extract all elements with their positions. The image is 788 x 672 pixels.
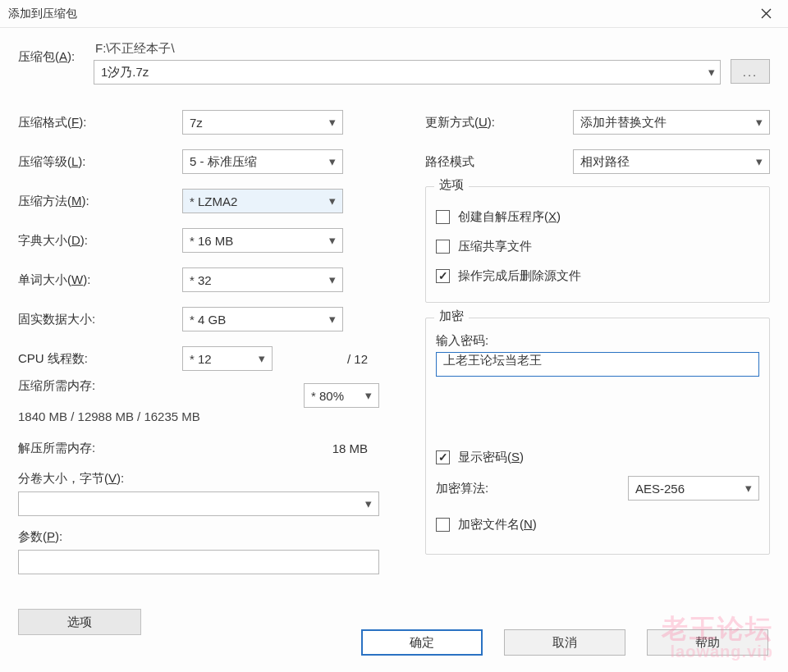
close-icon — [761, 8, 772, 19]
browse-button[interactable]: ... — [731, 59, 770, 84]
method-row: 压缩方法(M): * LZMA2 ▾ — [18, 181, 379, 221]
chevron-down-icon: ▾ — [323, 194, 342, 208]
left-column: 压缩格式(F): 7z ▾ 压缩等级(L): 5 - 标准压缩 ▾ — [18, 103, 379, 635]
threads-total: / 12 — [273, 352, 379, 366]
chevron-down-icon: ▾ — [252, 351, 272, 366]
path-mode-row: 路径模式 相对路径 ▾ — [425, 142, 770, 181]
solid-combo[interactable]: * 4 GB ▾ — [182, 307, 343, 331]
chevron-down-icon: ▾ — [739, 481, 758, 496]
archive-row: 压缩包(A): F:\不正经本子\ 1汐乃.7z ▾ ... — [18, 41, 770, 85]
chevron-down-icon: ▾ — [703, 65, 720, 80]
update-mode-combo[interactable]: 添加并替换文件 ▾ — [573, 110, 770, 135]
chevron-down-icon: ▾ — [323, 154, 342, 169]
delete-checkbox-row[interactable]: 操作完成后删除源文件 — [436, 261, 759, 290]
chevron-down-icon: ▾ — [359, 388, 378, 403]
encryption-group: 加密 输入密码: 上老王论坛当老王 显示密码(S) 加密算法: AES-256 … — [425, 318, 770, 555]
params-label: 参数(P): — [18, 529, 379, 545]
path-mode-combo[interactable]: 相对路径 ▾ — [573, 149, 770, 174]
help-button[interactable]: 帮助 — [647, 629, 768, 656]
archive-filename-value: 1汐乃.7z — [94, 65, 703, 80]
archive-label: 压缩包(A): — [18, 41, 84, 65]
mem-comp-row: 压缩所需内存: * 80% ▾ — [18, 378, 379, 411]
titlebar: 添加到压缩包 — [0, 0, 788, 28]
password-input[interactable]: 上老王论坛当老王 — [436, 352, 759, 377]
content-area: 压缩包(A): F:\不正经本子\ 1汐乃.7z ▾ ... 压缩格式(F): … — [0, 28, 788, 635]
cancel-button[interactable]: 取消 — [504, 629, 625, 656]
mem-decomp-row: 解压所需内存: 18 MB — [18, 432, 379, 464]
split-combo[interactable]: ▾ — [18, 491, 379, 516]
mem-decomp-value: 18 MB — [95, 441, 379, 455]
columns: 压缩格式(F): 7z ▾ 压缩等级(L): 5 - 标准压缩 ▾ — [18, 103, 770, 635]
options-group: 选项 创建自解压程序(X) 压缩共享文件 操作完成后删除源文件 — [425, 186, 770, 303]
word-row: 单词大小(W): * 32 ▾ — [18, 260, 379, 299]
chevron-down-icon: ▾ — [323, 312, 342, 327]
chevron-down-icon: ▾ — [323, 233, 342, 248]
chevron-down-icon: ▾ — [323, 272, 342, 287]
enc-method-row: 加密算法: AES-256 ▾ — [436, 472, 759, 505]
options-legend: 选项 — [434, 177, 469, 193]
archive-path-dir: F:\不正经本子\ — [94, 41, 721, 57]
params-input[interactable] — [18, 550, 379, 574]
dict-row: 字典大小(D): * 16 MB ▾ — [18, 221, 379, 260]
split-label: 分卷大小，字节(V): — [18, 471, 379, 487]
method-combo[interactable]: * LZMA2 ▾ — [182, 189, 343, 213]
word-combo[interactable]: * 32 ▾ — [182, 267, 343, 292]
footer-buttons: 确定 取消 帮助 — [361, 629, 768, 656]
chevron-down-icon: ▾ — [359, 496, 378, 511]
archive-center: F:\不正经本子\ 1汐乃.7z ▾ — [94, 41, 721, 85]
window-title: 添加到压缩包 — [8, 7, 752, 21]
threads-row: CPU 线程数: * 12 ▾ / 12 — [18, 339, 379, 378]
mem-percent-combo[interactable]: * 80% ▾ — [304, 383, 379, 408]
share-checkbox-row[interactable]: 压缩共享文件 — [436, 231, 759, 261]
encrypt-names-checkbox[interactable] — [436, 518, 450, 532]
share-checkbox[interactable] — [436, 240, 450, 254]
update-mode-row: 更新方式(U): 添加并替换文件 ▾ — [425, 103, 770, 142]
chevron-down-icon: ▾ — [749, 115, 769, 130]
sfx-checkbox-row[interactable]: 创建自解压程序(X) — [436, 202, 759, 231]
encrypt-names-row[interactable]: 加密文件名(N) — [436, 510, 759, 539]
format-row: 压缩格式(F): 7z ▾ — [18, 103, 379, 142]
level-row: 压缩等级(L): 5 - 标准压缩 ▾ — [18, 142, 379, 181]
solid-row: 固实数据大小: * 4 GB ▾ — [18, 299, 379, 339]
dict-combo[interactable]: * 16 MB ▾ — [182, 228, 343, 253]
delete-checkbox[interactable] — [436, 269, 450, 283]
enc-method-combo[interactable]: AES-256 ▾ — [628, 476, 759, 501]
close-button[interactable] — [752, 2, 780, 25]
format-combo[interactable]: 7z ▾ — [182, 110, 343, 135]
options-button[interactable]: 选项 — [18, 609, 141, 635]
ok-button[interactable]: 确定 — [361, 629, 483, 656]
password-label: 输入密码: — [436, 333, 759, 349]
threads-combo[interactable]: * 12 ▾ — [182, 346, 273, 371]
show-password-row[interactable]: 显示密码(S) — [436, 442, 759, 472]
sfx-checkbox[interactable] — [436, 210, 450, 224]
chevron-down-icon: ▾ — [323, 115, 342, 130]
chevron-down-icon: ▾ — [749, 154, 769, 169]
mem-comp-detail: 1840 MB / 12988 MB / 16235 MB — [18, 409, 379, 423]
show-password-checkbox[interactable] — [436, 450, 450, 464]
encryption-legend: 加密 — [434, 309, 469, 324]
level-combo[interactable]: 5 - 标准压缩 ▾ — [182, 149, 343, 174]
archive-filename-combo[interactable]: 1汐乃.7z ▾ — [94, 60, 721, 85]
right-column: 更新方式(U): 添加并替换文件 ▾ 路径模式 相对路径 ▾ — [425, 103, 770, 635]
